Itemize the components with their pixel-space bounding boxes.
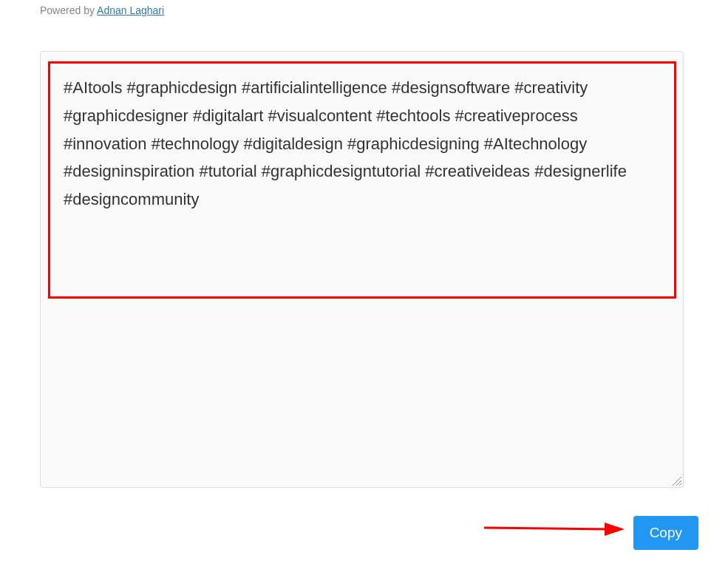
resize-handle-icon[interactable] <box>673 477 681 486</box>
copy-button[interactable]: Copy <box>633 516 698 550</box>
output-textarea[interactable]: #AItools #graphicdesign #artificialintel… <box>40 51 684 488</box>
svg-marker-4 <box>605 523 625 536</box>
hashtag-output-text: #AItools #graphicdesign #artificialintel… <box>64 74 661 214</box>
powered-by-label: Powered by Adnan Laghari <box>40 4 164 16</box>
highlight-box-annotation: #AItools #graphicdesign #artificialintel… <box>48 61 676 299</box>
svg-line-2 <box>679 483 681 486</box>
powered-by-link[interactable]: Adnan Laghari <box>97 4 164 16</box>
arrow-annotation-icon <box>480 520 628 543</box>
svg-line-3 <box>484 528 610 529</box>
powered-by-prefix: Powered by <box>40 4 97 16</box>
